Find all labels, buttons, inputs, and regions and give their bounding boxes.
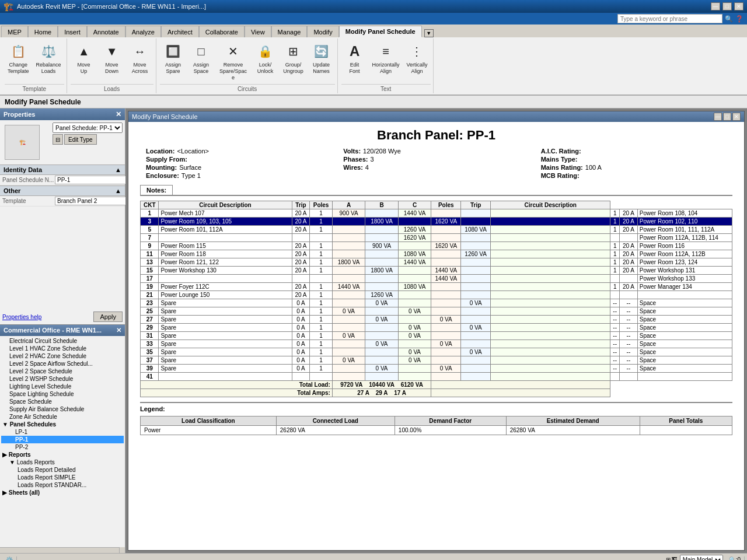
table-cell[interactable]: -- [610,307,620,316]
table-cell[interactable]: 0 A [292,348,310,356]
table-cell[interactable]: 20 A [620,218,638,226]
table-cell[interactable] [620,373,638,381]
tree-supply-air[interactable]: Supply Air Balance Schedule [1,405,124,413]
table-cell[interactable]: 7 [141,234,159,242]
table-cell[interactable] [431,299,461,307]
table-cell[interactable]: 1 [310,218,332,226]
table-cell[interactable] [461,275,491,283]
table-row[interactable]: 31Spare0 A10 VA0 VA----Space [141,332,732,340]
table-row[interactable]: 11Power Room 11820 A11080 VA1260 VA120 A… [141,250,732,258]
table-cell[interactable] [332,340,365,348]
table-row[interactable]: 23Spare0 A10 VA0 VA----Space [141,299,732,307]
table-cell[interactable]: 0 A [292,324,310,332]
table-cell[interactable] [620,291,638,299]
table-row[interactable]: 5Power Room 101, 112A20 A11260 VA1080 VA… [141,226,732,234]
table-cell[interactable] [491,332,610,340]
table-cell[interactable]: 0 VA [461,299,491,307]
table-cell[interactable]: 1 [310,242,332,250]
table-cell[interactable] [332,275,365,283]
table-cell[interactable] [620,234,638,242]
table-cell[interactable]: 0 VA [365,299,398,307]
table-cell[interactable]: -- [610,324,620,332]
table-cell[interactable]: 1 [310,283,332,291]
table-cell[interactable] [491,299,610,307]
table-cell[interactable] [431,226,461,234]
table-cell[interactable] [332,250,365,258]
table-cell[interactable]: Power Room 112A, 112B, 114 [637,234,732,242]
table-cell[interactable]: 1800 VA [365,218,398,226]
table-cell[interactable]: 15 [141,267,159,275]
template-input[interactable] [55,197,134,205]
table-cell[interactable]: 1 [610,242,620,250]
table-cell[interactable] [398,267,431,275]
table-cell[interactable] [491,218,610,226]
tree-pp1[interactable]: PP-1 [1,436,124,443]
table-cell[interactable] [610,234,620,242]
table-cell[interactable] [610,373,620,381]
table-cell[interactable]: 20 A [292,267,310,275]
browser-scrollbar[interactable] [0,547,125,553]
table-cell[interactable] [491,340,610,348]
table-cell[interactable]: 1800 VA [365,267,398,275]
table-cell[interactable]: 13 [141,258,159,267]
maximize-button[interactable]: □ [722,2,732,10]
doc-max-button[interactable]: □ [723,113,731,121]
table-cell[interactable]: 1620 VA [431,218,461,226]
notes-tab[interactable]: Notes: [140,185,173,195]
table-cell[interactable]: Space [637,299,732,307]
table-cell[interactable]: 1 [310,316,332,324]
table-row[interactable]: 15Power Workshop 13020 A11800 VA1440 VA1… [141,267,732,275]
table-cell[interactable]: 20 A [292,226,310,234]
table-cell[interactable]: 11 [141,250,159,258]
rebalance-loads-button[interactable]: ⚖️ RebalanceLoads [33,40,64,77]
table-cell[interactable]: Power Room 109, 103, 105 [159,218,292,226]
table-cell[interactable] [491,226,610,234]
table-cell[interactable] [332,218,365,226]
other-section-arrow[interactable]: ▲ [115,187,121,194]
table-cell[interactable] [491,283,610,291]
table-cell[interactable] [620,275,638,283]
table-cell[interactable]: 1 [610,218,620,226]
table-row[interactable]: 13Power Room 121, 12220 A11800 VA1440 VA… [141,258,732,267]
tab-modify[interactable]: Modify [307,26,338,37]
3d-icon[interactable]: 🏗 [672,556,678,560]
table-cell[interactable]: 20 A [292,218,310,226]
table-cell[interactable] [461,291,491,299]
table-cell[interactable]: 20 A [620,267,638,275]
table-cell[interactable] [431,258,461,267]
table-cell[interactable]: Power Room 102, 110 [637,218,732,226]
table-cell[interactable]: 20 A [620,209,638,218]
table-cell[interactable]: Space [637,340,732,348]
table-cell[interactable] [332,348,365,356]
table-row[interactable]: 35Spare0 A10 VA0 VA----Space [141,348,732,356]
table-cell[interactable] [461,316,491,324]
table-cell[interactable] [365,373,398,381]
table-cell[interactable] [491,242,610,250]
table-cell[interactable]: 41 [141,373,159,381]
table-cell[interactable] [491,307,610,316]
table-cell[interactable]: 1260 VA [365,291,398,299]
table-cell[interactable]: Space [637,356,732,365]
table-cell[interactable] [491,209,610,218]
table-cell[interactable] [332,316,365,324]
table-cell[interactable] [461,373,491,381]
table-cell[interactable] [398,365,431,373]
table-cell[interactable]: -- [610,356,620,365]
table-cell[interactable]: 1080 VA [398,283,431,291]
project-browser-close-button[interactable]: ✕ [116,327,121,334]
table-cell[interactable] [431,332,461,340]
table-cell[interactable]: -- [620,348,638,356]
table-row[interactable]: 1Power Mech 10720 A1900 VA1440 VA120 APo… [141,209,732,218]
table-cell[interactable]: -- [620,299,638,307]
table-cell[interactable]: 1 [310,250,332,258]
table-cell[interactable]: Space [637,365,732,373]
search-icon[interactable]: 🔍 [725,15,733,23]
table-cell[interactable] [292,373,310,381]
table-cell[interactable] [491,348,610,356]
move-up-button[interactable]: ▲ MoveUp [71,40,97,77]
move-down-button[interactable]: ▼ MoveDown [99,40,125,77]
table-cell[interactable] [398,340,431,348]
table-cell[interactable]: 25 [141,307,159,316]
table-cell[interactable]: 1 [310,307,332,316]
table-cell[interactable] [310,275,332,283]
